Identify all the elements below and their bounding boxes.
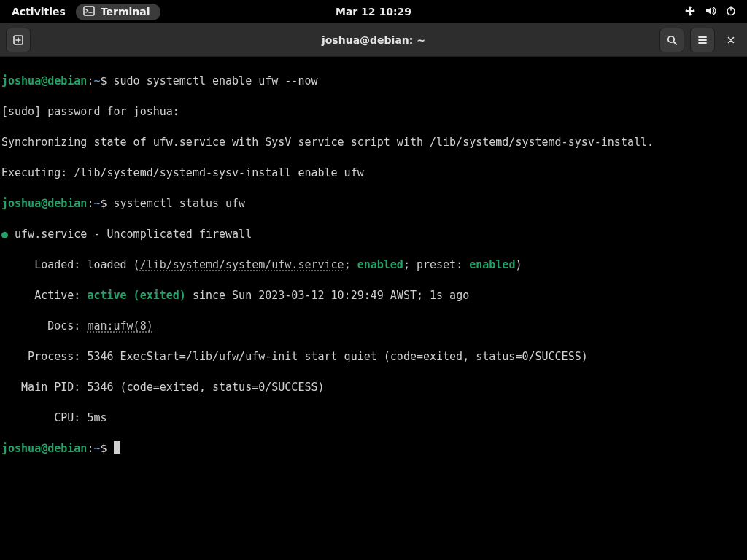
active-since: since Sun 2023-03-12 10:29:49 AWST; 1s a… — [186, 289, 469, 302]
window-headerbar: joshua@debian: ~ — [0, 23, 747, 57]
text: ; preset: — [403, 258, 469, 271]
hamburger-menu-button[interactable] — [690, 28, 715, 52]
command-text: systemctl status ufw — [114, 197, 246, 210]
docs-link: man:ufw(8) — [87, 319, 152, 332]
docs-prefix: Docs: — [1, 319, 87, 332]
terminal-line: CPU: 5ms — [1, 411, 746, 426]
terminal-viewport[interactable]: joshua@debian:~$ sudo systemctl enable u… — [0, 57, 747, 560]
terminal-line: joshua@debian:~$ sudo systemctl enable u… — [1, 74, 746, 89]
network-icon[interactable] — [684, 5, 696, 19]
terminal-line: joshua@debian:~$ — [1, 441, 746, 456]
text: ) — [515, 258, 522, 271]
active-state: active (exited) — [87, 289, 185, 302]
terminal-line: [sudo] password for joshua: — [1, 104, 746, 120]
loaded-prefix: Loaded: loaded ( — [1, 258, 140, 271]
prompt-sigil: $ — [100, 442, 107, 455]
status-dot-icon: ● — [1, 228, 8, 241]
gnome-top-panel: Activities Terminal Mar 12 10:29 — [0, 0, 747, 23]
search-button[interactable] — [659, 28, 684, 52]
terminal-line: Main PID: 5346 (code=exited, status=0/SU… — [1, 380, 746, 395]
cursor — [114, 441, 120, 454]
terminal-line: Executing: /lib/systemd/systemd-sysv-ins… — [1, 166, 746, 181]
terminal-line: Docs: man:ufw(8) — [1, 319, 746, 334]
prompt-userhost: joshua@debian — [1, 442, 87, 455]
panel-left: Activities Terminal — [6, 4, 160, 20]
new-tab-button[interactable] — [6, 28, 31, 52]
activities-button[interactable]: Activities — [6, 4, 71, 19]
prompt-userhost: joshua@debian — [1, 74, 87, 88]
enabled-state: enabled — [357, 258, 403, 271]
system-tray[interactable] — [684, 5, 741, 19]
active-prefix: Active: — [1, 289, 87, 302]
close-button[interactable] — [721, 30, 741, 50]
command-text: sudo systemctl enable ufw --now — [114, 74, 318, 88]
terminal-line: joshua@debian:~$ systemctl status ufw — [1, 196, 746, 211]
window-title: joshua@debian: ~ — [322, 34, 425, 46]
terminal-line: Synchronizing state of ufw.service with … — [1, 135, 746, 150]
power-icon[interactable] — [725, 5, 737, 19]
prompt-userhost: joshua@debian — [1, 197, 87, 210]
terminal-line: Process: 5346 ExecStart=/lib/ufw/ufw-ini… — [1, 349, 746, 365]
terminal-line: ● ufw.service - Uncomplicated firewall — [1, 227, 746, 242]
prompt-sigil: $ — [100, 197, 107, 210]
terminal-icon — [83, 5, 95, 19]
active-app-indicator[interactable]: Terminal — [76, 4, 160, 20]
volume-icon[interactable] — [705, 5, 716, 19]
terminal-line: Loaded: loaded (/lib/systemd/system/ufw.… — [1, 257, 746, 273]
active-app-name: Terminal — [101, 6, 150, 18]
terminal-line: Active: active (exited) since Sun 2023-0… — [1, 288, 746, 303]
prompt-sigil: $ — [100, 74, 107, 88]
service-title: ufw.service - Uncomplicated firewall — [8, 228, 252, 241]
panel-clock[interactable]: Mar 12 10:29 — [336, 6, 411, 18]
unit-file-path: /lib/systemd/system/ufw.service — [140, 258, 344, 271]
preset-state: enabled — [469, 258, 515, 271]
svg-rect-0 — [84, 7, 94, 15]
text: ; — [344, 258, 357, 271]
